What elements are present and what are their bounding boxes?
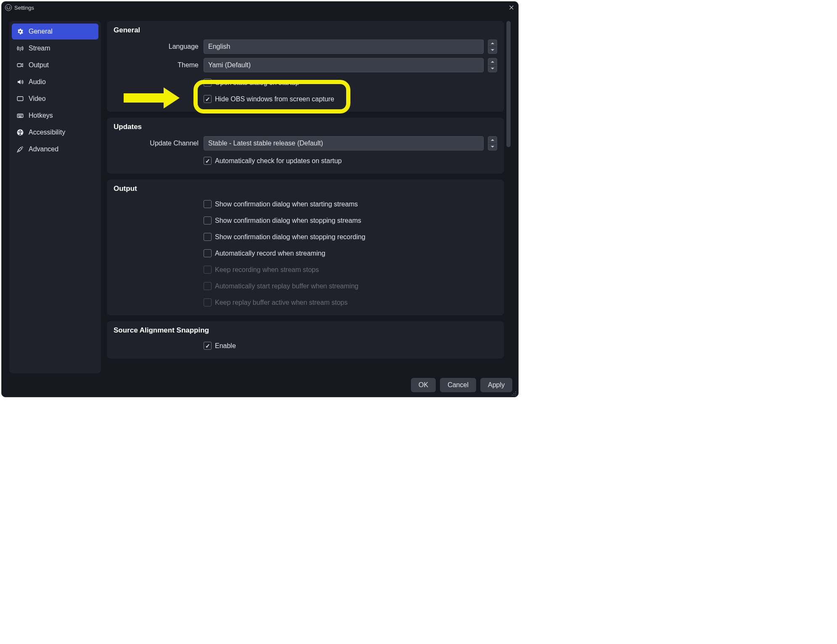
- resize-grip[interactable]: [511, 390, 517, 395]
- sidebar-item-label: Audio: [29, 78, 46, 86]
- keep-recording-checkbox: [204, 266, 212, 274]
- theme-spinner[interactable]: [488, 58, 497, 72]
- update-channel-spinner[interactable]: [488, 136, 497, 150]
- theme-label: Theme: [114, 61, 204, 69]
- confirm-stop-stream-checkbox[interactable]: [204, 216, 212, 224]
- confirm-start-stream-checkbox[interactable]: [204, 200, 212, 208]
- hide-obs-label: Hide OBS windows from screen capture: [215, 95, 334, 103]
- svg-point-5: [20, 130, 21, 132]
- option-label: Show confirmation dialog when stopping s…: [215, 217, 361, 224]
- option-label: Enable: [215, 342, 236, 350]
- sidebar-item-label: Accessibility: [29, 129, 65, 136]
- hide-obs-option[interactable]: Hide OBS windows from screen capture: [204, 93, 334, 105]
- sidebar-item-label: Hotkeys: [29, 112, 53, 119]
- dialog-footer: OK Cancel Apply: [2, 373, 518, 397]
- keep-replay-buffer-option: Keep replay buffer active when stream st…: [204, 296, 347, 309]
- speaker-icon: [16, 78, 24, 86]
- svg-point-0: [20, 47, 21, 48]
- ok-button[interactable]: OK: [411, 378, 436, 392]
- confirm-stop-stream-option[interactable]: Show confirmation dialog when stopping s…: [204, 214, 361, 227]
- theme-select[interactable]: Yami (Default): [204, 58, 484, 72]
- svg-rect-2: [17, 97, 23, 101]
- titlebar: Settings: [2, 2, 518, 13]
- language-spinner[interactable]: [488, 40, 497, 54]
- settings-window: Settings General Stream: [1, 1, 519, 397]
- open-stats-option[interactable]: Open stats dialog on startup: [204, 77, 299, 89]
- sidebar-item-video[interactable]: Video: [12, 91, 98, 107]
- section-updates: Updates Update Channel Stable - Latest s…: [107, 118, 504, 174]
- close-button[interactable]: [507, 3, 516, 12]
- sidebar-item-stream[interactable]: Stream: [12, 40, 98, 56]
- auto-replay-buffer-option: Automatically start replay buffer when s…: [204, 280, 358, 292]
- sidebar-item-accessibility[interactable]: Accessibility: [12, 124, 98, 140]
- cancel-button[interactable]: Cancel: [440, 378, 476, 392]
- antenna-icon: [16, 44, 24, 53]
- update-channel-select[interactable]: Stable - Latest stable release (Default): [204, 136, 484, 150]
- keep-recording-option: Keep recording when stream stops: [204, 264, 319, 276]
- sidebar-item-label: General: [29, 28, 53, 35]
- open-stats-checkbox[interactable]: [204, 79, 212, 87]
- gear-icon: [16, 27, 24, 36]
- accessibility-icon: [16, 128, 24, 137]
- option-label: Automatically record when streaming: [215, 250, 325, 257]
- confirm-stop-recording-option[interactable]: Show confirmation dialog when stopping r…: [204, 231, 366, 243]
- settings-content: General Language English Theme: [107, 21, 504, 373]
- scrollbar-thumb[interactable]: [506, 21, 511, 147]
- snapping-enable-option[interactable]: Enable: [204, 340, 236, 352]
- open-stats-label: Open stats dialog on startup: [215, 79, 299, 87]
- auto-replay-buffer-checkbox: [204, 282, 212, 290]
- window-title: Settings: [14, 5, 34, 11]
- section-general: General Language English Theme: [107, 21, 504, 112]
- sidebar-item-advanced[interactable]: Advanced: [12, 141, 98, 157]
- keep-replay-buffer-checkbox: [204, 298, 212, 306]
- auto-update-label: Automatically check for updates on start…: [215, 157, 342, 165]
- language-label: Language: [114, 43, 204, 50]
- sidebar-item-general[interactable]: General: [12, 24, 98, 40]
- apply-button[interactable]: Apply: [480, 378, 512, 392]
- svg-point-9: [515, 395, 516, 396]
- update-channel-value: Stable - Latest stable release (Default): [208, 140, 323, 147]
- sidebar-item-output[interactable]: Output: [12, 57, 98, 73]
- option-label: Automatically start replay buffer when s…: [215, 282, 358, 290]
- sidebar-item-hotkeys[interactable]: Hotkeys: [12, 108, 98, 124]
- section-title: General: [114, 26, 497, 34]
- sidebar-item-label: Output: [29, 61, 49, 69]
- svg-point-8: [514, 393, 514, 394]
- language-value: English: [208, 43, 230, 50]
- svg-point-11: [512, 395, 513, 396]
- scrollbar[interactable]: [506, 21, 511, 373]
- confirm-start-stream-option[interactable]: Show confirmation dialog when starting s…: [204, 198, 358, 210]
- update-channel-label: Update Channel: [114, 140, 204, 147]
- camera-icon: [16, 61, 24, 69]
- auto-update-option[interactable]: Automatically check for updates on start…: [204, 155, 342, 167]
- hide-obs-checkbox[interactable]: [204, 95, 212, 103]
- svg-point-6: [515, 391, 516, 392]
- settings-sidebar: General Stream Output Audio: [9, 21, 101, 373]
- auto-record-option[interactable]: Automatically record when streaming: [204, 247, 325, 259]
- svg-rect-1: [17, 63, 21, 67]
- sidebar-item-label: Video: [29, 95, 46, 103]
- auto-record-checkbox[interactable]: [204, 249, 212, 257]
- option-label: Keep replay buffer active when stream st…: [215, 299, 347, 306]
- auto-update-checkbox[interactable]: [204, 157, 212, 165]
- confirm-stop-recording-checkbox[interactable]: [204, 233, 212, 241]
- obs-logo-icon: [5, 4, 12, 11]
- theme-value: Yami (Default): [208, 61, 251, 69]
- section-snapping: Source Alignment Snapping Enable: [107, 321, 504, 359]
- snapping-enable-checkbox[interactable]: [204, 342, 212, 350]
- section-title: Source Alignment Snapping: [114, 326, 497, 335]
- monitor-icon: [16, 95, 24, 103]
- option-label: Show confirmation dialog when stopping r…: [215, 233, 366, 241]
- sidebar-item-label: Stream: [29, 45, 50, 52]
- section-output: Output Show confirmation dialog when sta…: [107, 179, 504, 315]
- option-label: Keep recording when stream stops: [215, 266, 319, 274]
- keyboard-icon: [16, 111, 24, 120]
- sidebar-item-label: Advanced: [29, 145, 58, 153]
- section-title: Output: [114, 185, 497, 193]
- language-select[interactable]: English: [204, 40, 484, 54]
- sidebar-item-audio[interactable]: Audio: [12, 74, 98, 90]
- section-title: Updates: [114, 123, 497, 131]
- option-label: Show confirmation dialog when starting s…: [215, 201, 358, 208]
- svg-point-10: [514, 395, 514, 396]
- svg-point-7: [515, 393, 516, 394]
